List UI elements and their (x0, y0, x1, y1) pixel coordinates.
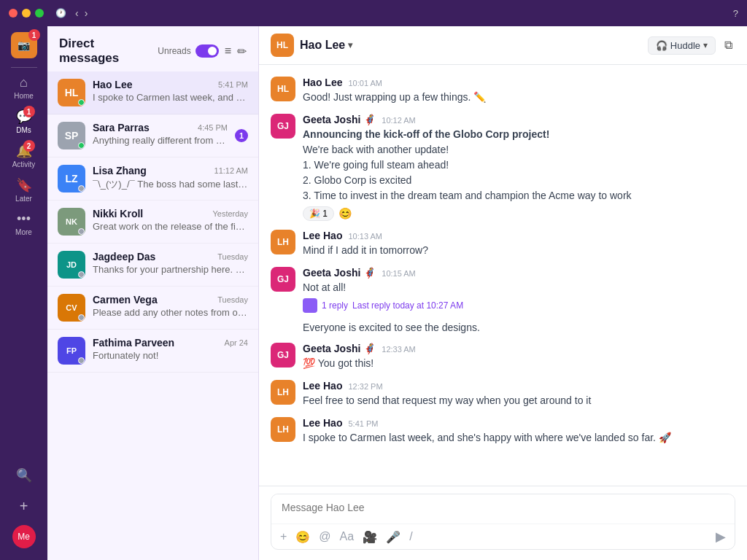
mention-icon[interactable]: @ (319, 530, 330, 543)
activity-icon: 🔔 2 (16, 143, 32, 159)
window-controls (9, 9, 44, 18)
huddle-chevron: ▾ (703, 40, 708, 50)
dm-item-sara-parras[interactable]: SP Sara Parras 4:45 PM Anything really d… (47, 114, 258, 158)
chat-header-actions: 🎧 Huddle ▾ ⧉ (648, 36, 735, 55)
msg-avatar-lee-2: LH (271, 380, 295, 405)
headphones-icon: 🎧 (656, 40, 667, 51)
dm-time-lisa-zhang: 11:12 AM (214, 166, 248, 175)
text-format-icon[interactable]: Aa (340, 530, 355, 543)
later-icon: 🔖 (16, 177, 32, 193)
close-button[interactable] (9, 9, 18, 18)
chat-input-area: + 😊 @ Aa 🎥 🎤 / ▶ (259, 486, 747, 560)
status-indicator-carmen-vega (78, 314, 85, 321)
msg-avatar-geeta-3: GJ (271, 343, 295, 368)
maximize-button[interactable] (35, 9, 44, 18)
app-logo[interactable]: 📷 1 (11, 32, 37, 58)
dm-item-lisa-zhang[interactable]: LZ Lisa Zhang 11:12 AM ¯\_(ツ)_/¯ The bos… (47, 158, 258, 201)
attach-icon[interactable]: + (280, 530, 287, 543)
dm-time-nikki-kroll: Yesterday (212, 209, 248, 218)
dm-content-sara-parras: Sara Parras 4:45 PM Anything really diff… (93, 122, 228, 146)
dm-preview-carmen-vega: Please add any other notes from our sync… (93, 307, 248, 318)
msg-sender-hao-1: Hao Lee (303, 77, 342, 88)
user-avatar[interactable]: Me (12, 525, 36, 548)
sidebar-search[interactable]: 🔍 (12, 463, 36, 488)
app-badge: 1 (28, 29, 40, 41)
chevron-down-icon: ▾ (348, 40, 352, 50)
dm-item-carmen-vega[interactable]: CV Carmen Vega Tuesday Please add any ot… (47, 287, 258, 330)
sidebar-divider-top (11, 67, 37, 68)
sidebar-add[interactable]: + (12, 494, 36, 519)
sidebar-item-activity[interactable]: 🔔 2 Activity (0, 139, 47, 173)
back-button[interactable]: ‹ (75, 7, 79, 19)
compose-icon[interactable]: ✏ (237, 44, 247, 58)
unreads-toggle-area: Unreads (158, 44, 218, 58)
dm-avatar-fathima-parveen: FP (58, 337, 85, 365)
msg-sender-lee-2: Lee Hao (303, 380, 342, 392)
unreads-toggle[interactable] (196, 44, 219, 58)
message-group-lee-carmen: LH Lee Hao 5:41 PM I spoke to Carmen las… (271, 414, 735, 448)
dm-avatar-lisa-zhang: LZ (58, 165, 85, 192)
dm-content-carmen-vega: Carmen Vega Tuesday Please add any other… (93, 294, 248, 318)
message-continuation-excited: Everyone is excited to see the designs. (271, 319, 735, 337)
chat-input-field[interactable] (271, 494, 735, 521)
dm-item-nikki-kroll[interactable]: NK Nikki Kroll Yesterday Great work on t… (47, 201, 258, 244)
msg-sender-geeta-2: Geeta Joshi 🦸 (303, 267, 376, 279)
sidebar-item-later[interactable]: 🔖 Later (0, 173, 47, 207)
minimize-button[interactable] (22, 9, 31, 18)
chat-recipient-name[interactable]: Hao Lee ▾ (300, 39, 352, 52)
dm-name-nikki-kroll: Nikki Kroll (93, 208, 143, 219)
emoji-icon[interactable]: 😊 (295, 530, 310, 544)
dm-time-carmen-vega: Tuesday (217, 295, 248, 304)
sidebar-item-dms[interactable]: 💬 1 DMs (0, 104, 47, 139)
dm-time-jagdeep-das: Tuesday (217, 252, 248, 261)
status-indicator-jagdeep-das (78, 271, 85, 278)
msg-avatar-lee-1: LH (271, 230, 295, 254)
sidebar-label-home: Home (14, 92, 34, 100)
msg-body-lee-3: Lee Hao 5:41 PM I spoke to Carmen last w… (303, 417, 735, 446)
reaction-party[interactable]: 🎉 1 (303, 206, 334, 221)
msg-avatar-geeta-1: GJ (271, 114, 295, 139)
dm-preview-jagdeep-das: Thanks for your partnership here. Really… (93, 264, 248, 275)
reply-thread-geeta-2[interactable]: 1 reply Last reply today at 10:27 AM (303, 298, 735, 313)
activity-badge: 2 (23, 140, 35, 152)
help-button[interactable]: ? (733, 8, 738, 19)
msg-avatar-geeta-2: GJ (271, 267, 295, 292)
slash-icon[interactable]: / (409, 530, 412, 543)
unreads-label: Unreads (158, 46, 190, 56)
sidebar-item-more[interactable]: ••• More (0, 207, 47, 241)
msg-text-lee-1: Mind if I add it in tomorrow? (303, 243, 735, 258)
filter-icon[interactable]: ≡ (225, 44, 231, 58)
sidebar-label-dms: DMs (16, 126, 31, 134)
dm-item-fathima-parveen[interactable]: FP Fathima Parveen Apr 24 Fortunately no… (47, 330, 258, 373)
dm-name-hao-lee: Hao Lee (93, 79, 132, 90)
dm-preview-lisa-zhang: ¯\_(ツ)_/¯ The boss had some last-minute … (93, 178, 248, 191)
dm-header-icons: ≡ ✏ (225, 44, 247, 58)
dm-item-hao-lee[interactable]: HL Hao Lee 5:41 PM I spoke to Carmen las… (47, 71, 258, 114)
dm-avatar-carmen-vega: CV (58, 294, 85, 322)
dm-header: Direct messages Unreads ≡ ✏ (47, 26, 258, 71)
more-icon: ••• (17, 211, 31, 227)
msg-header-geeta-3: Geeta Joshi 🦸 12:33 AM (303, 343, 735, 354)
chat-header-avatar: HL (271, 34, 294, 57)
msg-avatar-hao-1: HL (271, 77, 295, 101)
add-reaction-button[interactable]: 😊 (338, 207, 352, 220)
mic-icon[interactable]: 🎤 (386, 530, 400, 544)
search-icon: 🔍 (16, 467, 32, 483)
sidebar-item-home[interactable]: ⌂ Home (0, 71, 47, 104)
video-icon[interactable]: 🎥 (363, 530, 377, 544)
send-button[interactable]: ▶ (716, 529, 726, 545)
huddle-button[interactable]: 🎧 Huddle ▾ (648, 36, 716, 55)
msg-time-hao-1: 10:01 AM (348, 79, 382, 88)
app-logo-icon: 📷 (18, 39, 30, 51)
dm-preview-sara-parras: Anything really different from what we t… (93, 135, 228, 146)
msg-body-lee-1: Lee Hao 10:13 AM Mind if I add it in tom… (303, 230, 735, 258)
msg-sender-lee-3: Lee Hao (303, 417, 342, 429)
msg-text-geeta-1: Announcing the kick-off of the Globo Cor… (303, 127, 735, 203)
dm-item-jagdeep-das[interactable]: JD Jagdeep Das Tuesday Thanks for your p… (47, 244, 258, 287)
msg-header-lee-3: Lee Hao 5:41 PM (303, 417, 735, 429)
dm-panel-title: Direct messages (59, 36, 152, 66)
status-indicator-hao-lee (78, 99, 85, 106)
dm-panel: Direct messages Unreads ≡ ✏ HL Hao Lee (47, 26, 259, 560)
new-window-button[interactable]: ⧉ (721, 36, 735, 55)
forward-button[interactable]: › (85, 7, 88, 19)
